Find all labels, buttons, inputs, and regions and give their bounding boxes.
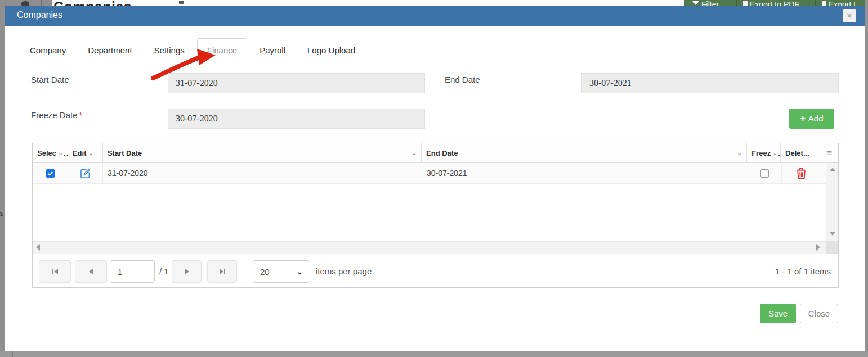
- end-date-input: 30-07-2021: [581, 73, 839, 93]
- hamburger-icon: ≡: [826, 147, 833, 159]
- dialog-title: Companies: [17, 10, 62, 20]
- freeze-date-label: Freeze Date: [31, 110, 78, 120]
- required-asterisk: *: [79, 110, 83, 120]
- column-header-start-date[interactable]: Start Date⌄: [102, 143, 421, 162]
- add-button[interactable]: +Add: [789, 109, 834, 129]
- export-excel-button[interactable]: Export t: [822, 0, 856, 6]
- horizontal-scrollbar[interactable]: [33, 241, 826, 254]
- filter-icon: [692, 1, 699, 5]
- tab-payroll[interactable]: Payroll: [250, 39, 295, 62]
- background-page-strip: Companies Filter Export to PDF Export t: [0, 0, 868, 6]
- last-page-icon: [218, 268, 226, 275]
- background-divider: [41, 0, 42, 6]
- edit-icon[interactable]: [79, 168, 91, 179]
- scrollbar-corner: [826, 241, 838, 254]
- chevron-down-icon: ⌄: [88, 150, 93, 157]
- row-end-date-cell: 30-07-2021: [422, 163, 748, 183]
- close-button[interactable]: Close: [800, 304, 838, 323]
- chevron-down-icon: ⌄: [58, 150, 63, 157]
- column-header-end-date[interactable]: End Date⌄: [421, 143, 746, 162]
- scroll-down-icon[interactable]: [829, 232, 836, 236]
- items-per-page-label: items per page: [316, 266, 372, 276]
- scroll-left-icon[interactable]: [36, 244, 40, 251]
- first-page-button[interactable]: [39, 260, 71, 283]
- previous-page-button[interactable]: [75, 260, 107, 283]
- grid-pager: / 1 20 ⌄ items per page 1 - 1 of 1 items: [33, 254, 838, 287]
- previous-page-icon: [87, 268, 95, 275]
- modal-backdrop-left: a: [0, 6, 5, 351]
- background-text-fragment: a: [0, 209, 3, 218]
- tab-company[interactable]: Company: [20, 39, 75, 62]
- scroll-right-icon[interactable]: [816, 244, 820, 251]
- next-page-icon: [183, 268, 191, 275]
- excel-file-icon: [822, 1, 826, 6]
- column-header-select[interactable]: Selec⌄..: [33, 143, 68, 162]
- tab-logo-upload[interactable]: Logo Upload: [298, 39, 365, 62]
- tab-strip: Company Department Settings Finance Payr…: [14, 37, 856, 62]
- pager-info: 1 - 1 of 1 items: [775, 266, 831, 276]
- page-size-select[interactable]: 20 ⌄: [253, 260, 310, 283]
- freeze-date-label-wrap: Freeze Date*: [31, 110, 82, 120]
- select-checkbox[interactable]: [46, 169, 55, 178]
- background-page-title: Companies: [53, 0, 279, 6]
- chevron-down-icon: ⌄: [297, 268, 303, 276]
- row-start-date-cell: 31-07-2020: [102, 163, 422, 183]
- page-number-input[interactable]: [110, 260, 155, 283]
- scroll-up-icon[interactable]: [829, 168, 836, 171]
- first-page-icon: [51, 268, 59, 275]
- filter-button[interactable]: Filter: [692, 0, 719, 6]
- column-header-edit[interactable]: Edit⌄: [68, 143, 102, 162]
- close-icon[interactable]: ×: [843, 9, 856, 22]
- chevron-down-icon: ⌄: [411, 150, 417, 157]
- freeze-date-input: 30-07-2020: [168, 109, 425, 129]
- background-divider: [12, 351, 13, 357]
- tab-settings[interactable]: Settings: [145, 39, 194, 62]
- plus-icon: +: [800, 114, 805, 123]
- toolbar-divider: [736, 0, 737, 6]
- tab-finance[interactable]: Finance: [197, 38, 247, 62]
- column-header-freeze[interactable]: Freez⌄..: [746, 143, 780, 162]
- chevron-down-icon: ⌄: [737, 150, 742, 157]
- grid-header-row: Selec⌄.. Edit⌄ Start Date⌄ End Date⌄ Fre…: [33, 143, 838, 163]
- row-edit-cell: [68, 163, 102, 183]
- modal-backdrop-bottom: [0, 351, 868, 357]
- vertical-scrollbar[interactable]: [826, 163, 838, 241]
- background-sidebar-fragment: [0, 0, 52, 6]
- row-select-cell: [33, 163, 68, 183]
- check-icon: [47, 170, 53, 177]
- row-freeze-cell: [748, 163, 781, 183]
- companies-dialog: Companies × Company Department Settings …: [5, 6, 865, 351]
- export-pdf-button[interactable]: Export to PDF: [743, 0, 799, 6]
- finance-grid: Selec⌄.. Edit⌄ Start Date⌄ End Date⌄ Fre…: [32, 143, 839, 288]
- chevron-down-icon: ⌄: [772, 150, 777, 157]
- toolbar-divider: [815, 0, 816, 6]
- page-total-label: / 1: [159, 266, 169, 276]
- row-delete-cell: [781, 163, 821, 183]
- last-page-button[interactable]: [207, 260, 237, 283]
- start-date-input: 31-07-2020: [168, 73, 425, 93]
- background-menu-glyph: [21, 1, 29, 6]
- tab-department[interactable]: Department: [78, 39, 141, 62]
- freeze-checkbox[interactable]: [760, 169, 769, 178]
- pdf-file-icon: [743, 1, 748, 6]
- background-heading-suffix-glyph: [179, 1, 184, 4]
- modal-backdrop-right: [865, 0, 868, 357]
- table-row: 31-07-2020 30-07-2021: [33, 163, 826, 184]
- background-toolbar: Filter Export to PDF Export t: [684, 0, 868, 6]
- column-header-delete[interactable]: Delet...: [780, 143, 820, 162]
- next-page-button[interactable]: [172, 260, 202, 283]
- dialog-titlebar: Companies ×: [5, 6, 865, 26]
- end-date-label: End Date: [445, 75, 480, 84]
- delete-icon[interactable]: [796, 168, 807, 179]
- start-date-label: Start Date: [31, 75, 69, 84]
- save-button[interactable]: Save: [760, 304, 796, 323]
- column-menu-button[interactable]: ≡: [820, 143, 838, 162]
